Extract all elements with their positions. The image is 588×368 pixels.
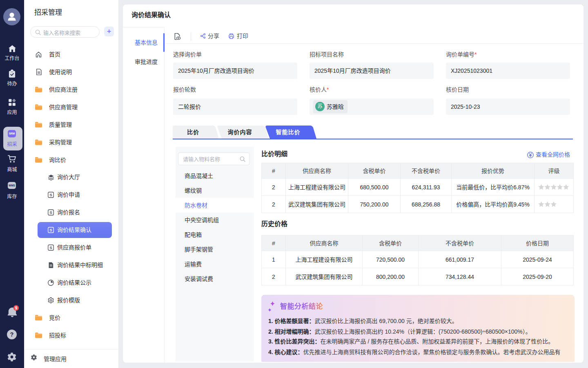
svg-text:?: ? — [10, 331, 14, 338]
svg-text:S: S — [49, 246, 52, 250]
svg-text:S: S — [49, 211, 52, 215]
svg-text:S: S — [49, 193, 52, 197]
svg-text:9: 9 — [15, 306, 18, 310]
svg-text:S: S — [49, 228, 52, 232]
